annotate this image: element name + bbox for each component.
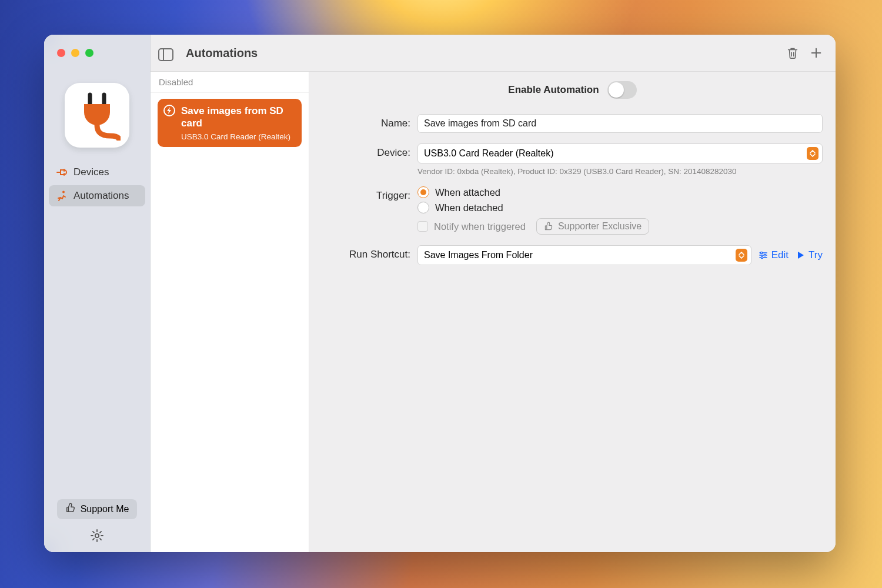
enable-automation-label: Enable Automation: [508, 84, 599, 96]
toggle-sidebar-button[interactable]: [158, 48, 173, 61]
window-traffic-lights: [44, 35, 150, 57]
main-area: Automations Disabled Save images from SD…: [151, 35, 836, 552]
automation-list: Disabled Save images from SD card USB3.0…: [151, 72, 309, 552]
device-helper-text: Vendor ID: 0xbda (Realtek), Product ID: …: [417, 167, 823, 176]
shortcut-select-value: Save Images From Folder: [424, 250, 533, 260]
settings-button[interactable]: [90, 529, 104, 543]
plus-icon: [810, 46, 823, 59]
thumbs-up-icon: [65, 503, 76, 516]
sidebar-item-automations[interactable]: Automations: [49, 185, 145, 206]
sidebar-item-label: Devices: [74, 166, 109, 178]
supporter-exclusive-badge: Supporter Exclusive: [536, 218, 649, 235]
enable-automation-toggle[interactable]: [607, 81, 637, 99]
app-icon: [65, 83, 129, 148]
gear-icon: [90, 529, 104, 543]
list-section-header: Disabled: [151, 72, 309, 93]
play-icon: [796, 250, 805, 260]
minimize-window-button[interactable]: [71, 49, 79, 57]
thumbs-up-icon: [544, 222, 553, 231]
chevrons-up-down-icon: [736, 249, 747, 262]
notify-checkbox[interactable]: [417, 221, 428, 232]
sliders-icon: [759, 250, 768, 260]
running-icon: [56, 190, 68, 202]
zoom-window-button[interactable]: [85, 49, 93, 57]
automation-detail: Enable Automation Name: Device: USB3.0 C…: [309, 72, 836, 552]
shortcut-select[interactable]: Save Images From Folder: [417, 245, 751, 265]
trigger-field-label: Trigger:: [322, 186, 410, 202]
plug-icon: [74, 90, 121, 141]
device-select[interactable]: USB3.0 Card Reader (Realtek): [417, 143, 823, 163]
support-me-button[interactable]: Support Me: [57, 499, 138, 519]
notify-label: Notify when triggered: [434, 221, 526, 232]
automation-item-subtitle: USB3.0 Card Reader (Realtek): [181, 132, 295, 141]
sidebar-item-label: Automations: [74, 190, 129, 202]
svg-point-3: [95, 534, 99, 537]
automation-item-title: Save images from SD card: [181, 105, 295, 130]
trigger-attached-label: When attached: [435, 187, 500, 198]
bolt-circle-icon: [163, 105, 175, 116]
try-shortcut-button[interactable]: Try: [796, 249, 823, 261]
device-field-label: Device:: [322, 143, 410, 159]
svg-point-4: [760, 252, 762, 253]
svg-rect-0: [159, 49, 173, 61]
add-automation-button[interactable]: [808, 45, 824, 61]
toolbar: Automations: [151, 35, 836, 72]
usb-plug-icon: [56, 166, 68, 178]
trigger-detached-label: When detached: [435, 202, 503, 213]
chevrons-up-down-icon: [807, 147, 818, 160]
trash-icon: [786, 46, 799, 60]
support-me-label: Support Me: [81, 504, 129, 514]
close-window-button[interactable]: [57, 49, 65, 57]
trigger-detached-radio[interactable]: [417, 202, 429, 213]
shortcut-field-label: Run Shortcut:: [322, 245, 410, 260]
sidebar-item-devices[interactable]: Devices: [49, 162, 145, 183]
delete-automation-button[interactable]: [785, 45, 800, 61]
app-window: Devices Automations Support Me Aut: [44, 35, 836, 552]
svg-point-5: [764, 254, 766, 256]
svg-point-6: [761, 256, 763, 258]
edit-shortcut-button[interactable]: Edit: [759, 249, 789, 261]
trigger-attached-radio[interactable]: [417, 186, 429, 198]
name-field-label: Name:: [322, 114, 410, 129]
name-field[interactable]: [417, 114, 823, 133]
svg-point-2: [62, 191, 65, 193]
device-select-value: USB3.0 Card Reader (Realtek): [424, 148, 554, 159]
sidebar: Devices Automations Support Me: [44, 35, 151, 552]
page-title: Automations: [186, 46, 258, 60]
automation-list-item[interactable]: Save images from SD card USB3.0 Card Rea…: [158, 99, 302, 147]
